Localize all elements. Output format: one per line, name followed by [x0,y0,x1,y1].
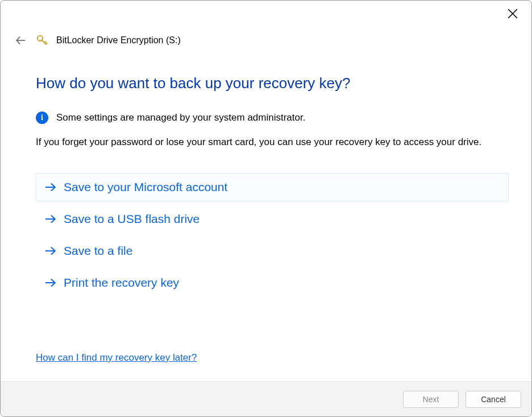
description-text: If you forget your password or lose your… [36,137,509,148]
option-save-usb[interactable]: Save to a USB flash drive [36,205,509,233]
option-print-key[interactable]: Print the recovery key [36,269,509,297]
arrow-right-icon [44,245,57,257]
dialog-header: BitLocker Drive Encryption (S:) [14,34,181,47]
back-arrow-icon [15,34,27,47]
svg-line-6 [46,43,47,44]
arrow-right-icon [44,276,57,289]
option-label: Save to a file [64,244,132,258]
option-save-microsoft-account[interactable]: Save to your Microsoft account [36,173,509,201]
arrow-right-icon [44,213,57,225]
dialog-title: BitLocker Drive Encryption (S:) [56,35,181,46]
option-label: Save to a USB flash drive [64,212,200,226]
option-label: Save to your Microsoft account [64,180,227,194]
close-icon [508,9,518,19]
arrow-right-icon [44,181,57,193]
admin-info-text: Some settings are managed by your system… [56,112,305,123]
admin-info-row: i Some settings are managed by your syst… [36,112,509,124]
backup-options: Save to your Microsoft account Save to a… [36,173,509,297]
back-button[interactable] [14,34,28,47]
bitlocker-key-icon [36,34,48,47]
option-save-file[interactable]: Save to a file [36,237,509,265]
cancel-button[interactable]: Cancel [466,391,521,408]
button-bar: Next Cancel [1,381,531,416]
close-button[interactable] [508,9,519,20]
svg-line-5 [45,42,47,43]
page-heading: How do you want to back up your recovery… [36,75,509,92]
option-label: Print the recovery key [64,276,179,290]
help-link-find-key[interactable]: How can I find my recovery key later? [36,352,197,364]
info-icon: i [36,112,48,124]
next-button[interactable]: Next [403,391,459,408]
